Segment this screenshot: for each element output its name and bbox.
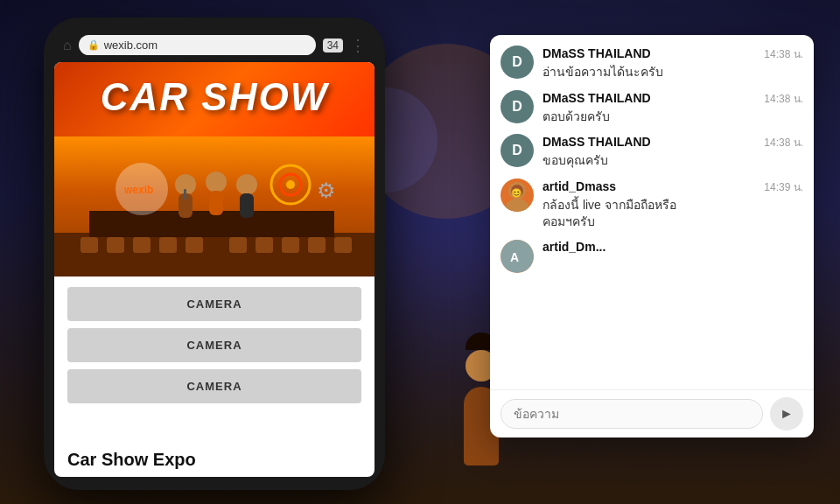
chat-input-area: ► xyxy=(490,389,814,438)
msg-time-2: 14:38 น. xyxy=(764,90,803,107)
msg-content-2: DMaSS THAILAND 14:38 น. ตอบด้วยครับ xyxy=(542,90,803,126)
svg-rect-24 xyxy=(184,189,186,200)
msg-text-4: กล้องนี้ live จากมือถือหรือคอมฯครับ xyxy=(542,197,803,231)
svg-rect-2 xyxy=(107,237,124,253)
msg-time-4: 14:39 น. xyxy=(764,178,803,195)
svg-point-18 xyxy=(236,174,257,195)
url-bar[interactable]: 🔒 wexib.com xyxy=(79,35,316,55)
chat-panel: D DMaSS THAILAND 14:38 น. อ่านข้อความได้… xyxy=(490,35,814,438)
svg-rect-8 xyxy=(282,237,299,253)
svg-rect-9 xyxy=(308,237,326,253)
chat-message-partial: A artid_Dm... xyxy=(500,240,803,273)
phone-screen: CAR SHOW wexib xyxy=(54,62,374,477)
svg-text:A: A xyxy=(510,250,519,264)
msg-time-3: 14:38 น. xyxy=(764,134,803,150)
avatar-dmass-1: D xyxy=(500,46,534,79)
svg-rect-10 xyxy=(334,237,352,253)
camera-button-2[interactable]: CAMERA xyxy=(67,328,361,362)
msg-sender-2: DMaSS THAILAND xyxy=(542,91,651,105)
send-button[interactable]: ► xyxy=(770,397,803,430)
illustration-area: wexib ⚙ xyxy=(54,136,374,276)
chat-message-3: D DMaSS THAILAND 14:38 น. ขอบคุณครับ xyxy=(500,134,803,170)
lock-icon: 🔒 xyxy=(88,39,100,51)
svg-rect-11 xyxy=(89,211,334,237)
msg-sender-1: DMaSS THAILAND xyxy=(542,46,651,60)
svg-point-22 xyxy=(286,180,295,189)
svg-rect-0 xyxy=(54,233,374,276)
camera-button-1[interactable]: CAMERA xyxy=(67,287,361,321)
partial-msg-content: artid_Dm... xyxy=(542,240,803,266)
svg-rect-5 xyxy=(186,237,203,253)
camera-buttons-area: CAMERA CAMERA CAMERA xyxy=(54,276,374,441)
msg-content-1: DMaSS THAILAND 14:38 น. อ่านข้อความได้นะ… xyxy=(542,46,803,81)
chat-message-4: 😊 artid_Dmass 14:39 น. กล้องนี้ live จาก… xyxy=(500,178,803,231)
partial-msg-header: artid_Dm... xyxy=(542,240,803,254)
svg-text:⚙: ⚙ xyxy=(317,178,336,202)
svg-rect-4 xyxy=(159,237,177,253)
avatar-dmass-2: D xyxy=(500,90,534,123)
msg-header-3: DMaSS THAILAND 14:38 น. xyxy=(542,134,803,150)
svg-point-26 xyxy=(505,199,529,212)
msg-header-2: DMaSS THAILAND 14:38 น. xyxy=(542,90,803,107)
page-title: Car Show Expo xyxy=(54,441,374,477)
svg-rect-6 xyxy=(229,237,247,253)
avatar-partial: A xyxy=(500,240,534,273)
msg-content-3: DMaSS THAILAND 14:38 น. ขอบคุณครับ xyxy=(542,134,803,170)
msg-header-4: artid_Dmass 14:39 น. xyxy=(542,178,803,195)
phone-top-bar: ⌂ 🔒 wexib.com 34 ⋮ xyxy=(54,31,374,62)
msg-sender-4: artid_Dmass xyxy=(542,179,616,193)
stage-illustration: wexib ⚙ xyxy=(54,136,374,276)
msg-text-1: อ่านข้อความได้นะครับ xyxy=(542,64,803,81)
phone-mockup: ⌂ 🔒 wexib.com 34 ⋮ CAR SHOW xyxy=(44,18,385,490)
msg-sender-3: DMaSS THAILAND xyxy=(542,135,651,149)
msg-time-1: 14:38 น. xyxy=(764,46,803,62)
tab-count[interactable]: 34 xyxy=(323,38,343,52)
avatar-dmass-3: D xyxy=(500,134,534,167)
menu-dots-icon[interactable]: ⋮ xyxy=(350,36,366,55)
msg-text-2: ตอบด้วยครับ xyxy=(542,108,803,126)
svg-text:😊: 😊 xyxy=(511,187,522,199)
svg-text:wexib: wexib xyxy=(123,184,153,196)
svg-rect-1 xyxy=(80,237,98,253)
msg-header-1: DMaSS THAILAND 14:38 น. xyxy=(542,46,803,62)
svg-point-16 xyxy=(206,172,227,192)
partial-sender: artid_Dm... xyxy=(542,240,606,254)
car-show-header: CAR SHOW xyxy=(54,62,374,136)
svg-rect-19 xyxy=(240,193,254,218)
chat-message-2: D DMaSS THAILAND 14:38 น. ตอบด้วยครับ xyxy=(500,90,803,126)
camera-button-3[interactable]: CAMERA xyxy=(67,369,361,403)
svg-rect-7 xyxy=(256,237,273,253)
home-icon[interactable]: ⌂ xyxy=(63,38,72,53)
car-show-title: CAR SHOW xyxy=(72,75,357,119)
chat-message-1: D DMaSS THAILAND 14:38 น. อ่านข้อความได้… xyxy=(500,46,803,81)
msg-text-3: ขอบคุณครับ xyxy=(542,152,803,170)
url-text: wexib.com xyxy=(104,38,307,52)
chat-message-input[interactable] xyxy=(500,399,763,429)
chat-messages-list: D DMaSS THAILAND 14:38 น. อ่านข้อความได้… xyxy=(490,35,814,389)
svg-rect-3 xyxy=(133,237,150,253)
avatar-artid: 😊 xyxy=(500,178,534,212)
msg-content-4: artid_Dmass 14:39 น. กล้องนี้ live จากมื… xyxy=(542,178,803,231)
svg-rect-17 xyxy=(209,191,223,215)
